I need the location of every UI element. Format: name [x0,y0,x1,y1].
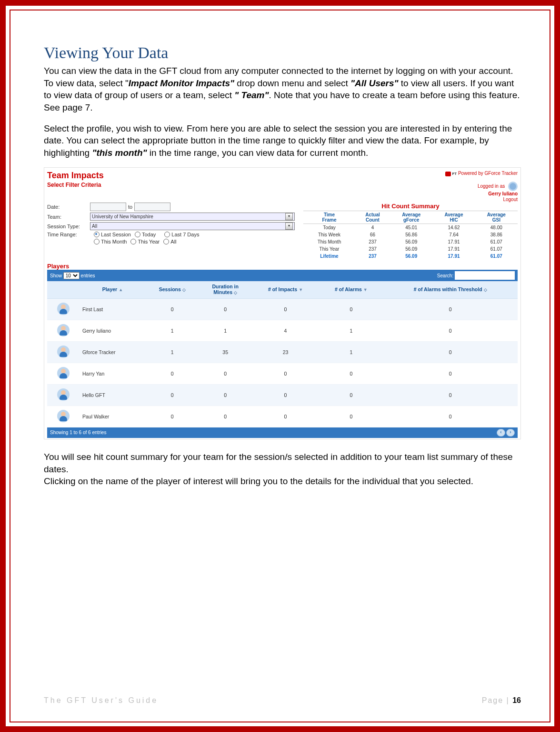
footer-doc-title: The GFT User's Guide [44,696,158,705]
page-prev-button[interactable]: ‹ [497,429,505,437]
player-name[interactable]: Hello GFT [80,384,146,406]
player-name[interactable]: Harry Yan [80,363,146,384]
table-row[interactable]: Harry Yan00000 [47,363,518,384]
col-impacts[interactable]: # of Impacts▼ [252,281,320,298]
table-row[interactable]: Gforce Tracker1352310 [47,341,518,363]
col-player[interactable]: Player▲ [80,281,146,298]
player-name[interactable]: First Last [80,298,146,320]
hit-count-summary-title: Hit Count Summary [303,203,518,210]
login-status: Logged in as Gerry Iuliano Logout [478,182,518,203]
col-sessions[interactable]: Sessions◇ [146,281,199,298]
avatar-icon [57,388,70,401]
closing-paragraph: You will see hit count summary for your … [44,451,521,488]
date-from-input[interactable] [90,203,126,211]
logout-link[interactable]: Logout [503,197,518,202]
radio-all[interactable] [163,239,169,244]
table-footer-info: Showing 1 to 6 of 6 entries [50,430,106,435]
players-label: Players [47,263,518,270]
player-name[interactable]: Paul Walker [80,406,146,427]
table-row[interactable]: First Last00000 [47,298,518,320]
session-type-label: Session Type: [47,224,90,229]
search-label: Search: [437,273,453,278]
footer-page-number: Page | 16 [482,696,521,705]
team-label: Team: [47,214,90,220]
table-row[interactable]: Gerry Iuliano11410 [47,320,518,341]
player-name[interactable]: Gforce Tracker [80,341,146,363]
powered-by: Powered by GForce Tracker [458,171,518,176]
date-label: Date: [47,204,90,210]
col-alarms-threshold[interactable]: # of Alarms within Threshold◇ [383,281,518,298]
date-to-input[interactable] [134,203,170,211]
entries-per-page-select[interactable]: 10 [63,272,80,279]
chevron-down-icon: ▾ [285,223,293,230]
players-table: Player▲ Sessions◇ Duration inMinutes◇ # … [47,281,518,427]
avatar-icon [57,303,70,315]
page-heading: Viewing Your Data [44,44,521,62]
screenshot-team-impacts: Team Impacts FT Powered by GForce Tracke… [44,167,521,439]
col-duration[interactable]: Duration inMinutes◇ [199,281,252,298]
radio-last-session[interactable] [94,232,100,237]
radio-last-7-days[interactable] [164,232,170,237]
avatar-icon [57,324,70,336]
team-select[interactable]: University of New Hampshire▾ [90,213,295,221]
table-row[interactable]: Paul Walker00000 [47,406,518,427]
shot-title: Team Impacts [47,171,104,181]
instructions-paragraph: Select the profile, you wish to view. Fr… [44,122,521,159]
radio-today[interactable] [135,232,140,237]
filter-criteria-title: Select Filter Criteria [47,182,101,188]
avatar-icon [57,346,70,358]
avatar-icon [57,410,70,422]
radio-this-year[interactable] [130,239,136,244]
page-next-button[interactable]: › [506,429,515,437]
avatar-icon [57,367,70,379]
avatar-icon [508,182,518,191]
intro-paragraph: You can view the data in the GFT cloud f… [44,65,521,114]
table-row[interactable]: Hello GFT00000 [47,384,518,406]
search-input[interactable] [455,271,515,280]
col-alarms[interactable]: # of Alarms▼ [319,281,383,298]
radio-this-month[interactable] [94,239,100,244]
chevron-down-icon: ▾ [285,213,293,220]
player-name[interactable]: Gerry Iuliano [80,320,146,341]
time-range-label: Time Range: [47,232,90,237]
session-type-select[interactable]: All▾ [90,222,295,230]
hit-count-summary-table: TimeFrame ActualCount AveragegForce Aver… [303,211,518,260]
